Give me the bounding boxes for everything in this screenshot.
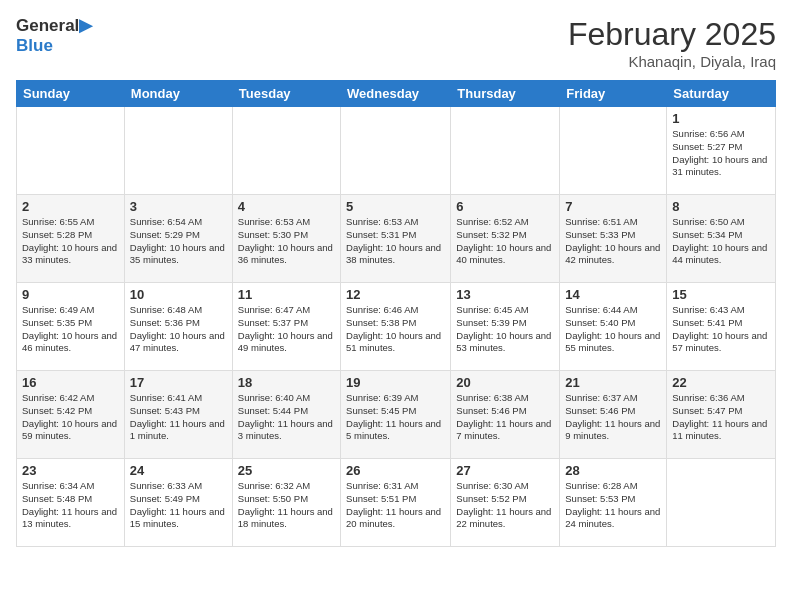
day-number: 27 [456, 463, 554, 478]
day-number: 25 [238, 463, 335, 478]
calendar-week-row: 2Sunrise: 6:55 AM Sunset: 5:28 PM Daylig… [17, 195, 776, 283]
day-info: Sunrise: 6:28 AM Sunset: 5:53 PM Dayligh… [565, 480, 661, 531]
calendar-header-row: Sunday Monday Tuesday Wednesday Thursday… [17, 81, 776, 107]
day-number: 23 [22, 463, 119, 478]
day-number: 12 [346, 287, 445, 302]
logo-text: General▶ Blue [16, 16, 92, 55]
day-number: 5 [346, 199, 445, 214]
day-info: Sunrise: 6:43 AM Sunset: 5:41 PM Dayligh… [672, 304, 770, 355]
calendar-cell: 17Sunrise: 6:41 AM Sunset: 5:43 PM Dayli… [124, 371, 232, 459]
calendar-cell [560, 107, 667, 195]
calendar-cell: 14Sunrise: 6:44 AM Sunset: 5:40 PM Dayli… [560, 283, 667, 371]
day-number: 8 [672, 199, 770, 214]
calendar-cell [124, 107, 232, 195]
col-tuesday: Tuesday [232, 81, 340, 107]
day-info: Sunrise: 6:44 AM Sunset: 5:40 PM Dayligh… [565, 304, 661, 355]
day-number: 22 [672, 375, 770, 390]
calendar-cell: 28Sunrise: 6:28 AM Sunset: 5:53 PM Dayli… [560, 459, 667, 547]
day-info: Sunrise: 6:32 AM Sunset: 5:50 PM Dayligh… [238, 480, 335, 531]
day-info: Sunrise: 6:36 AM Sunset: 5:47 PM Dayligh… [672, 392, 770, 443]
day-info: Sunrise: 6:38 AM Sunset: 5:46 PM Dayligh… [456, 392, 554, 443]
calendar-cell: 13Sunrise: 6:45 AM Sunset: 5:39 PM Dayli… [451, 283, 560, 371]
day-info: Sunrise: 6:42 AM Sunset: 5:42 PM Dayligh… [22, 392, 119, 443]
day-number: 16 [22, 375, 119, 390]
calendar-cell: 23Sunrise: 6:34 AM Sunset: 5:48 PM Dayli… [17, 459, 125, 547]
col-saturday: Saturday [667, 81, 776, 107]
day-info: Sunrise: 6:45 AM Sunset: 5:39 PM Dayligh… [456, 304, 554, 355]
day-number: 1 [672, 111, 770, 126]
day-info: Sunrise: 6:53 AM Sunset: 5:30 PM Dayligh… [238, 216, 335, 267]
day-number: 10 [130, 287, 227, 302]
day-number: 24 [130, 463, 227, 478]
calendar-cell: 16Sunrise: 6:42 AM Sunset: 5:42 PM Dayli… [17, 371, 125, 459]
logo: General▶ Blue [16, 16, 92, 55]
location-title: Khanaqin, Diyala, Iraq [568, 53, 776, 70]
calendar-cell: 1Sunrise: 6:56 AM Sunset: 5:27 PM Daylig… [667, 107, 776, 195]
col-sunday: Sunday [17, 81, 125, 107]
calendar-cell: 7Sunrise: 6:51 AM Sunset: 5:33 PM Daylig… [560, 195, 667, 283]
page: General▶ Blue February 2025 Khanaqin, Di… [0, 0, 792, 612]
day-number: 28 [565, 463, 661, 478]
calendar-cell: 10Sunrise: 6:48 AM Sunset: 5:36 PM Dayli… [124, 283, 232, 371]
header: General▶ Blue February 2025 Khanaqin, Di… [16, 16, 776, 70]
calendar-cell: 26Sunrise: 6:31 AM Sunset: 5:51 PM Dayli… [341, 459, 451, 547]
calendar-cell: 5Sunrise: 6:53 AM Sunset: 5:31 PM Daylig… [341, 195, 451, 283]
day-info: Sunrise: 6:40 AM Sunset: 5:44 PM Dayligh… [238, 392, 335, 443]
logo-blue-text: Blue [16, 36, 53, 55]
calendar-cell [451, 107, 560, 195]
col-friday: Friday [560, 81, 667, 107]
day-number: 18 [238, 375, 335, 390]
calendar-week-row: 16Sunrise: 6:42 AM Sunset: 5:42 PM Dayli… [17, 371, 776, 459]
title-block: February 2025 Khanaqin, Diyala, Iraq [568, 16, 776, 70]
day-info: Sunrise: 6:48 AM Sunset: 5:36 PM Dayligh… [130, 304, 227, 355]
day-number: 26 [346, 463, 445, 478]
day-number: 21 [565, 375, 661, 390]
calendar-cell: 15Sunrise: 6:43 AM Sunset: 5:41 PM Dayli… [667, 283, 776, 371]
day-info: Sunrise: 6:50 AM Sunset: 5:34 PM Dayligh… [672, 216, 770, 267]
day-number: 7 [565, 199, 661, 214]
col-monday: Monday [124, 81, 232, 107]
day-number: 19 [346, 375, 445, 390]
calendar-cell: 12Sunrise: 6:46 AM Sunset: 5:38 PM Dayli… [341, 283, 451, 371]
calendar-cell: 19Sunrise: 6:39 AM Sunset: 5:45 PM Dayli… [341, 371, 451, 459]
day-info: Sunrise: 6:47 AM Sunset: 5:37 PM Dayligh… [238, 304, 335, 355]
calendar-cell [341, 107, 451, 195]
calendar-cell: 11Sunrise: 6:47 AM Sunset: 5:37 PM Dayli… [232, 283, 340, 371]
day-info: Sunrise: 6:41 AM Sunset: 5:43 PM Dayligh… [130, 392, 227, 443]
day-number: 9 [22, 287, 119, 302]
calendar-cell: 8Sunrise: 6:50 AM Sunset: 5:34 PM Daylig… [667, 195, 776, 283]
calendar-cell: 25Sunrise: 6:32 AM Sunset: 5:50 PM Dayli… [232, 459, 340, 547]
day-info: Sunrise: 6:51 AM Sunset: 5:33 PM Dayligh… [565, 216, 661, 267]
day-info: Sunrise: 6:39 AM Sunset: 5:45 PM Dayligh… [346, 392, 445, 443]
day-number: 4 [238, 199, 335, 214]
day-info: Sunrise: 6:30 AM Sunset: 5:52 PM Dayligh… [456, 480, 554, 531]
day-info: Sunrise: 6:31 AM Sunset: 5:51 PM Dayligh… [346, 480, 445, 531]
day-number: 2 [22, 199, 119, 214]
day-info: Sunrise: 6:34 AM Sunset: 5:48 PM Dayligh… [22, 480, 119, 531]
calendar-cell: 9Sunrise: 6:49 AM Sunset: 5:35 PM Daylig… [17, 283, 125, 371]
col-wednesday: Wednesday [341, 81, 451, 107]
day-number: 14 [565, 287, 661, 302]
day-number: 6 [456, 199, 554, 214]
calendar-cell: 3Sunrise: 6:54 AM Sunset: 5:29 PM Daylig… [124, 195, 232, 283]
day-number: 17 [130, 375, 227, 390]
day-number: 3 [130, 199, 227, 214]
calendar-cell: 18Sunrise: 6:40 AM Sunset: 5:44 PM Dayli… [232, 371, 340, 459]
calendar-cell: 24Sunrise: 6:33 AM Sunset: 5:49 PM Dayli… [124, 459, 232, 547]
calendar-cell: 4Sunrise: 6:53 AM Sunset: 5:30 PM Daylig… [232, 195, 340, 283]
day-info: Sunrise: 6:46 AM Sunset: 5:38 PM Dayligh… [346, 304, 445, 355]
calendar-cell [232, 107, 340, 195]
day-info: Sunrise: 6:33 AM Sunset: 5:49 PM Dayligh… [130, 480, 227, 531]
day-info: Sunrise: 6:52 AM Sunset: 5:32 PM Dayligh… [456, 216, 554, 267]
calendar-cell: 6Sunrise: 6:52 AM Sunset: 5:32 PM Daylig… [451, 195, 560, 283]
day-info: Sunrise: 6:56 AM Sunset: 5:27 PM Dayligh… [672, 128, 770, 179]
calendar-cell [667, 459, 776, 547]
calendar-cell: 20Sunrise: 6:38 AM Sunset: 5:46 PM Dayli… [451, 371, 560, 459]
calendar-cell: 27Sunrise: 6:30 AM Sunset: 5:52 PM Dayli… [451, 459, 560, 547]
day-info: Sunrise: 6:55 AM Sunset: 5:28 PM Dayligh… [22, 216, 119, 267]
month-title: February 2025 [568, 16, 776, 53]
calendar-cell: 22Sunrise: 6:36 AM Sunset: 5:47 PM Dayli… [667, 371, 776, 459]
calendar-week-row: 23Sunrise: 6:34 AM Sunset: 5:48 PM Dayli… [17, 459, 776, 547]
calendar-cell: 2Sunrise: 6:55 AM Sunset: 5:28 PM Daylig… [17, 195, 125, 283]
day-number: 20 [456, 375, 554, 390]
